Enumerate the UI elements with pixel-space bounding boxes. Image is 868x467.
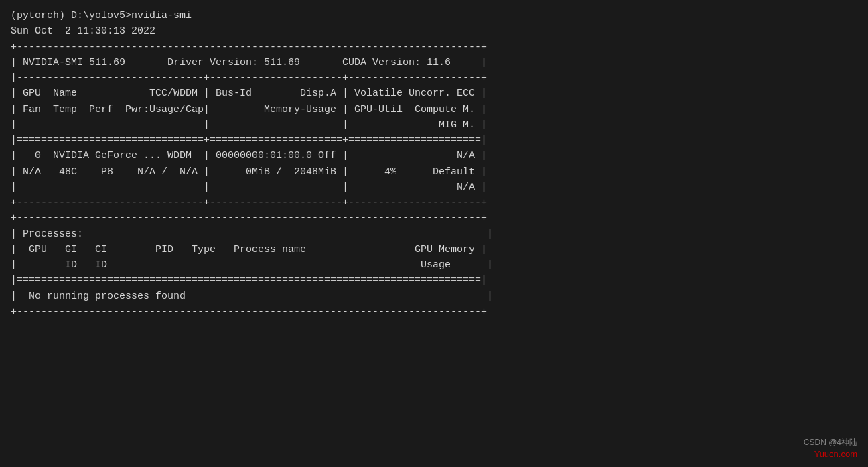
terminal-line: | | | MIG M. | bbox=[11, 117, 857, 133]
terminal-line: Sun Oct 2 11:30:13 2022 bbox=[11, 23, 857, 39]
terminal-window: (pytorch) D:\yolov5>nvidia-smiSun Oct 2 … bbox=[0, 0, 868, 467]
terminal-line: +-------------------------------+-------… bbox=[11, 195, 857, 210]
terminal-line: +---------------------------------------… bbox=[11, 304, 857, 320]
terminal-line: | 0 NVIDIA GeForce ... WDDM | 00000000:0… bbox=[11, 148, 857, 163]
terminal-output: (pytorch) D:\yolov5>nvidia-smiSun Oct 2 … bbox=[11, 8, 857, 320]
terminal-line: | GPU GI CI PID Type Process name GPU Me… bbox=[11, 242, 857, 257]
terminal-line: | N/A 48C P8 N/A / N/A | 0MiB / 2048MiB … bbox=[11, 164, 857, 180]
terminal-line: |===============================+=======… bbox=[11, 133, 857, 148]
terminal-line: | Processes: | bbox=[11, 226, 857, 242]
terminal-line: | GPU Name TCC/WDDM | Bus-Id Disp.A | Vo… bbox=[11, 86, 857, 101]
terminal-line: |=======================================… bbox=[11, 273, 857, 288]
terminal-line: | Fan Temp Perf Pwr:Usage/Cap| Memory-Us… bbox=[11, 102, 857, 117]
watermark-csdn: CSDN @4神陆 bbox=[804, 437, 857, 448]
terminal-line: +---------------------------------------… bbox=[11, 210, 857, 226]
watermark-yuucn: Yuucn.com bbox=[814, 449, 857, 459]
terminal-line: | | | N/A | bbox=[11, 180, 857, 195]
terminal-line: | NVIDIA-SMI 511.69 Driver Version: 511.… bbox=[11, 55, 857, 70]
terminal-line: +---------------------------------------… bbox=[11, 40, 857, 55]
terminal-line: | No running processes found | bbox=[11, 289, 857, 304]
terminal-line: (pytorch) D:\yolov5>nvidia-smi bbox=[11, 8, 857, 23]
terminal-line: |-------------------------------+-------… bbox=[11, 70, 857, 86]
terminal-line: | ID ID Usage | bbox=[11, 257, 857, 273]
